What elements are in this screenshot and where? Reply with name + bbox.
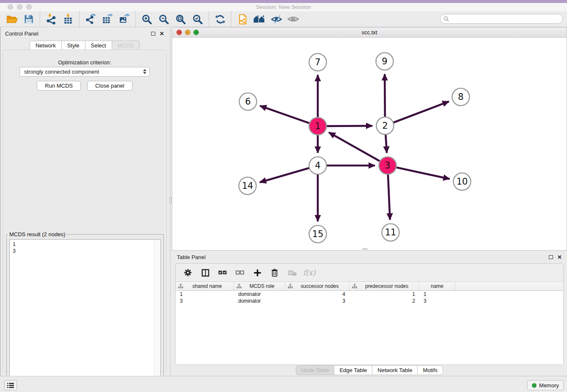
columns-icon xyxy=(201,269,209,277)
open-session-button[interactable] xyxy=(3,12,20,26)
column-header-successor-nodes[interactable]: successor nodes xyxy=(285,282,350,290)
float-panel-icon[interactable] xyxy=(549,255,553,259)
home-view-button[interactable] xyxy=(251,12,268,26)
graph-node-1[interactable]: 1 xyxy=(309,118,327,135)
import-network-button[interactable] xyxy=(43,12,60,26)
network-zoom-button[interactable]: + xyxy=(193,30,199,35)
graph-edge-2-8[interactable] xyxy=(393,102,449,123)
table-row[interactable]: 3dominator323 xyxy=(176,298,563,304)
table-cell-predecessor-nodes[interactable]: 1 xyxy=(350,291,419,298)
search-field[interactable] xyxy=(440,14,563,24)
memory-button[interactable]: Memory xyxy=(527,380,564,390)
tab-network-table[interactable]: Network Table xyxy=(372,365,418,375)
table-cell-mcds-role[interactable]: dominator xyxy=(234,298,285,304)
column-header-predecessor-nodes[interactable]: predecessor nodes xyxy=(350,282,419,290)
graph-edge-2-9[interactable] xyxy=(385,74,385,118)
run-mcds-button[interactable]: Run MCDS xyxy=(37,81,81,91)
tab-style[interactable]: Style xyxy=(61,41,85,50)
tab-edge-table[interactable]: Edge Table xyxy=(334,365,372,375)
graph-edge-3-11[interactable] xyxy=(388,174,390,220)
column-label: predecessor nodes xyxy=(357,283,419,289)
search-input[interactable] xyxy=(449,15,562,23)
refresh-layout-button[interactable] xyxy=(212,12,228,26)
export-image-button[interactable] xyxy=(116,12,133,26)
window-zoom-button[interactable] xyxy=(26,4,32,10)
search-icon xyxy=(443,16,449,22)
table-row[interactable]: 1dominator411 xyxy=(176,291,563,298)
graph-node-2[interactable]: 2 xyxy=(377,117,394,135)
list-icon xyxy=(7,383,14,388)
network-close-button[interactable]: ✕ xyxy=(176,30,182,35)
network-canvas[interactable]: 7968124314101511 xyxy=(172,38,567,251)
table-settings-button[interactable] xyxy=(182,267,193,278)
add-column-button[interactable] xyxy=(252,267,263,278)
graph-node-9[interactable]: 9 xyxy=(376,53,394,70)
import-table-button[interactable] xyxy=(60,12,77,26)
select-all-button[interactable] xyxy=(217,267,228,278)
table-cell-successor-nodes[interactable]: 4 xyxy=(285,291,350,298)
apply-preferred-style-button[interactable] xyxy=(234,12,251,26)
unselect-all-button[interactable] xyxy=(234,267,245,278)
float-panel-icon[interactable] xyxy=(151,32,155,36)
tab-network[interactable]: Network xyxy=(30,41,62,50)
graph-node-8[interactable]: 8 xyxy=(452,88,470,106)
graph-edge-3-10[interactable] xyxy=(396,167,450,179)
graph-node-15[interactable]: 15 xyxy=(309,226,327,243)
column-header-name[interactable]: name xyxy=(419,282,455,290)
criterion-select[interactable]: strongly connected component xyxy=(19,67,150,77)
window-minimize-button[interactable] xyxy=(17,4,22,10)
window-titlebar[interactable]: Session: New Session xyxy=(0,3,567,11)
graph-node-label: 4 xyxy=(315,160,320,171)
zoom-out-button[interactable] xyxy=(155,12,172,26)
hide-graphics-details-button[interactable] xyxy=(268,12,285,26)
graph-node-11[interactable]: 11 xyxy=(382,224,399,241)
tab-select[interactable]: Select xyxy=(85,41,112,50)
window-close-button[interactable] xyxy=(8,4,13,10)
delete-table-button xyxy=(286,267,297,278)
tab-motifs[interactable]: Motifs xyxy=(417,365,443,375)
table-cell-successor-nodes[interactable]: 3 xyxy=(285,298,350,304)
zoom-in-button[interactable] xyxy=(138,12,155,26)
close-panel-icon[interactable]: ✕ xyxy=(160,31,164,36)
graph-node-14[interactable]: 14 xyxy=(239,177,256,195)
task-history-button[interactable] xyxy=(4,380,17,390)
table-cell-shared-name[interactable]: 3 xyxy=(176,298,234,304)
table-cell-predecessor-nodes[interactable]: 2 xyxy=(350,298,419,304)
graph-edge-1-2[interactable] xyxy=(326,126,372,126)
export-network-button[interactable] xyxy=(82,12,99,26)
mcds-result-list: 13 xyxy=(9,239,161,388)
tab-mcds[interactable]: MCDS xyxy=(112,41,140,50)
graph-edge-3-1[interactable] xyxy=(329,133,380,162)
result-scrollbar[interactable] xyxy=(154,240,160,387)
graph-node-4[interactable]: 4 xyxy=(309,157,327,174)
graph-node-6[interactable]: 6 xyxy=(239,93,257,110)
network-window-titlebar[interactable]: ✕ − + scc.txt xyxy=(172,28,567,38)
graph-edge-1-6[interactable] xyxy=(260,106,310,124)
table-cell-name[interactable]: 1 xyxy=(419,291,455,298)
graph-node-10[interactable]: 10 xyxy=(454,173,471,190)
zoom-selected-button[interactable] xyxy=(189,12,206,26)
graph-edge-4-14[interactable] xyxy=(260,168,310,182)
close-panel-button[interactable]: Close panel xyxy=(87,81,132,91)
table-cell-name[interactable]: 3 xyxy=(419,298,455,304)
export-table-button[interactable] xyxy=(99,12,116,26)
network-minimize-button[interactable]: − xyxy=(185,30,190,35)
mcds-result-item: 1 xyxy=(13,241,160,248)
table-panel-title: Table Panel xyxy=(177,254,206,260)
mcds-result-fieldset: MCDS result (2 nodes) 13 xyxy=(6,231,164,391)
tab-node-table[interactable]: Node Table xyxy=(296,365,335,375)
column-header-shared-name[interactable]: shared name xyxy=(176,282,234,290)
delete-column-button[interactable] xyxy=(269,267,280,278)
show-columns-button[interactable] xyxy=(200,267,211,278)
column-header-mcds-role[interactable]: MCDS role xyxy=(234,282,285,290)
close-panel-icon[interactable]: ✕ xyxy=(557,254,562,260)
table-cell-mcds-role[interactable]: dominator xyxy=(234,291,285,298)
graph-node-3[interactable]: 3 xyxy=(379,157,396,174)
save-session-button[interactable] xyxy=(20,12,37,26)
attribute-type-icon xyxy=(178,284,183,289)
zoom-fit-button[interactable] xyxy=(172,12,189,26)
graph-node-7[interactable]: 7 xyxy=(309,54,327,71)
table-cell-shared-name[interactable]: 1 xyxy=(176,291,234,298)
graph-edge-2-3[interactable] xyxy=(385,134,387,153)
toolbar-separator xyxy=(40,11,40,27)
